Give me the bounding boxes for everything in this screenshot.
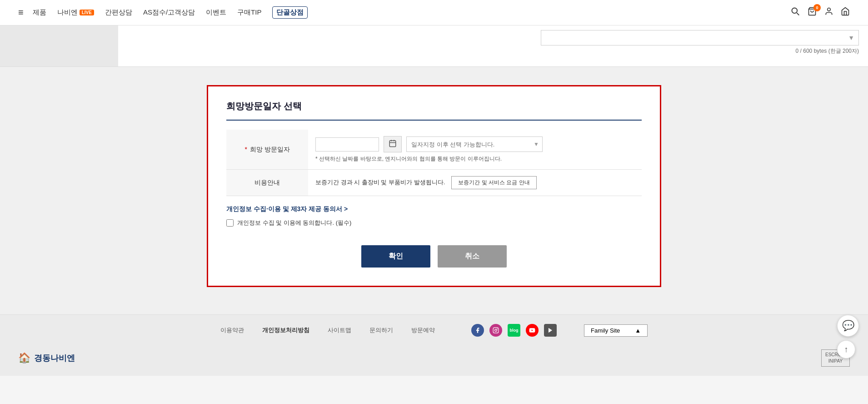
date-text-input[interactable] (315, 137, 379, 152)
play-icon[interactable] (544, 324, 557, 337)
scroll-top-button[interactable]: ↑ (837, 340, 855, 359)
svg-point-0 (792, 8, 798, 14)
svg-point-3 (828, 8, 831, 11)
top-partial-area: ▼ 0 / 600 bytes (한글 200자) (0, 25, 868, 67)
search-icon[interactable] (791, 7, 800, 18)
svg-marker-12 (549, 328, 552, 333)
footer-bottom: 🏠 경동나비엔 ESCROW INIPAY (18, 344, 850, 367)
family-site-selector: Family Site ▲ (584, 324, 648, 337)
main-nav: 제품 나비엔 LIVE 간편상담 AS점수/고객상담 이벤트 구매TIP 단골상… (33, 6, 791, 19)
visit-date-field: 일자지정 이후 선택 가능합니다. ▼ * 선택하신 날짜를 바탕으로, 엔지니… (308, 130, 642, 170)
menu-icon[interactable]: ≡ (18, 7, 24, 18)
scroll-top-icon: ↑ (844, 345, 848, 354)
footer-link-visit-reserve[interactable]: 방문예약 (411, 326, 435, 334)
footer-link-terms[interactable]: 이용약관 (220, 326, 244, 334)
youtube-icon[interactable] (526, 324, 539, 337)
family-site-button[interactable]: Family Site ▲ (584, 324, 648, 337)
logo-icon: 🏠 (18, 352, 30, 364)
form-buttons: 확인 취소 (226, 245, 642, 268)
footer-link-sitemap[interactable]: 사이트맵 (328, 326, 351, 334)
svg-line-1 (797, 13, 799, 15)
footer-link-inquiry[interactable]: 문의하기 (369, 326, 393, 334)
svg-rect-8 (493, 328, 499, 333)
footer-top: 이용약관 개인정보처리방침 사이트맵 문의하기 방문예약 blog Family… (18, 324, 850, 344)
home-icon[interactable] (841, 7, 850, 18)
blog-icon[interactable]: blog (508, 324, 520, 337)
privacy-section: 개인정보 수집·이용 및 제3자 제공 동의서 > 개인정보 수집 및 이용에 … (226, 196, 642, 232)
cart-icon[interactable]: 0 (807, 7, 817, 18)
user-icon[interactable] (824, 7, 833, 18)
family-site-arrow: ▲ (635, 327, 641, 334)
confirm-button[interactable]: 확인 (361, 245, 430, 268)
privacy-checkbox[interactable] (226, 219, 234, 227)
visit-date-row: * 희망 방문일자 일자지정 이후 선택 가능합니다. ▼ (226, 130, 642, 170)
family-site-label: Family Site (591, 327, 620, 334)
svg-point-10 (497, 329, 498, 329)
cost-info-row: 비용안내 보증기간 경과 시 출장비 및 부품비가 발생됩니다. 보증기간 및 … (226, 170, 642, 196)
privacy-checkbox-label: 개인정보 수집 및 이용에 동의합니다. (필수) (237, 219, 351, 227)
visit-date-form-box: 희망방문일자 선택 * 희망 방문일자 일자지정 이 (207, 85, 661, 287)
footer-social-icons: blog (471, 324, 557, 337)
cost-info-label: 비용안내 (226, 170, 308, 196)
main-footer: 이용약관 개인정보처리방침 사이트맵 문의하기 방문예약 blog Family… (0, 314, 868, 376)
date-time-select[interactable]: 일자지정 이후 선택 가능합니다. (406, 136, 543, 152)
top-select-dropdown[interactable] (541, 30, 859, 45)
form-title: 희망방문일자 선택 (226, 100, 642, 112)
instagram-icon[interactable] (489, 324, 502, 337)
date-note: * 선택하신 날짜를 바탕으로, 엔지니어와의 협의를 통해 방문이 이루어집니… (315, 155, 634, 163)
byte-info: 0 / 600 bytes (한글 200자) (796, 47, 859, 55)
main-content: 희망방문일자 선택 * 희망 방문일자 일자지정 이 (0, 67, 868, 314)
cost-info-field: 보증기간 경과 시 출장비 및 부품비가 발생됩니다. 보증기간 및 서비스 요… (308, 170, 642, 196)
form-divider (226, 120, 642, 121)
svg-point-9 (495, 329, 497, 332)
nav-item-quick-consult[interactable]: 간편상담 (105, 8, 132, 17)
cart-count: 0 (813, 4, 821, 11)
nav-item-products[interactable]: 제품 (33, 8, 46, 17)
facebook-icon[interactable] (471, 324, 484, 337)
privacy-title[interactable]: 개인정보 수집·이용 및 제3자 제공 동의서 > (226, 205, 642, 213)
nav-item-events[interactable]: 이벤트 (206, 8, 226, 17)
nav-item-buy-tip[interactable]: 구매TIP (237, 8, 261, 17)
warranty-info-button[interactable]: 보증기간 및 서비스 요금 안내 (451, 176, 536, 189)
form-table: * 희망 방문일자 일자지정 이후 선택 가능합니다. ▼ (226, 130, 642, 196)
live-badge: LIVE (80, 10, 94, 15)
chat-float-button[interactable]: 💬 (837, 315, 859, 337)
header-icons: 0 (791, 7, 850, 18)
nav-item-nabien[interactable]: 나비엔 LIVE (57, 8, 94, 17)
date-input-row: 일자지정 이후 선택 가능합니다. ▼ (315, 136, 634, 152)
nav-item-as-service[interactable]: AS점수/고객상담 (143, 8, 195, 17)
privacy-checkbox-row[interactable]: 개인정보 수집 및 이용에 동의합니다. (필수) (226, 219, 642, 227)
date-select-wrapper: 일자지정 이후 선택 가능합니다. ▼ (406, 136, 543, 152)
required-star: * (244, 146, 247, 153)
cost-text: 보증기간 경과 시 출장비 및 부품비가 발생됩니다. (315, 179, 445, 186)
calendar-button[interactable] (384, 136, 402, 152)
logo-text: 경동나비엔 (34, 353, 75, 364)
footer-link-privacy[interactable]: 개인정보처리방침 (262, 326, 309, 334)
top-select-wrapper: ▼ (541, 30, 859, 45)
visit-date-label: * 희망 방문일자 (226, 130, 308, 170)
svg-rect-4 (389, 141, 396, 147)
floating-buttons: 💬 ↑ (837, 315, 859, 359)
top-right-form: ▼ 0 / 600 bytes (한글 200자) (118, 25, 868, 66)
main-header: ≡ 제품 나비엔 LIVE 간편상담 AS점수/고객상담 이벤트 구매TIP 단… (0, 0, 868, 25)
logo-area: 🏠 경동나비엔 (18, 352, 75, 364)
nav-item-special-store[interactable]: 단골상점 (272, 6, 308, 19)
top-left-image (0, 25, 118, 66)
chat-float-icon: 💬 (842, 320, 854, 332)
cancel-button[interactable]: 취소 (438, 245, 507, 268)
